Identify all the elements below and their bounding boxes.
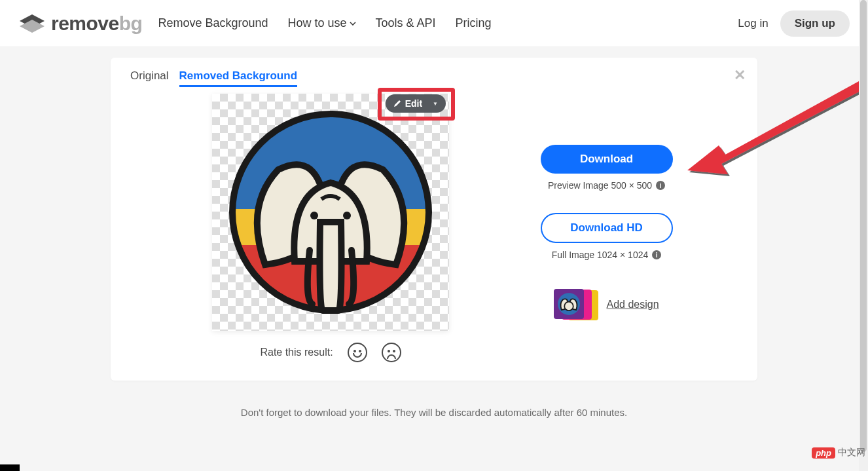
rate-row: Rate this result: bbox=[212, 343, 449, 362]
nav-tools-api[interactable]: Tools & API bbox=[376, 16, 436, 30]
signup-button[interactable]: Sign up bbox=[780, 10, 850, 37]
nav-remove-background[interactable]: Remove Background bbox=[158, 16, 268, 30]
add-design-row: Add design bbox=[554, 289, 659, 320]
edit-button[interactable]: Edit ▼ bbox=[386, 94, 446, 113]
footer-note: Don't forget to download your files. The… bbox=[0, 407, 868, 418]
watermark-text: 中文网 bbox=[838, 447, 865, 459]
watermark-badge: php bbox=[812, 447, 835, 459]
result-card: ✕ Original Removed Background bbox=[111, 58, 757, 381]
preview-size-caption: Preview Image 500 × 500 i bbox=[548, 180, 665, 191]
full-size-caption: Full Image 1024 × 1024 i bbox=[552, 250, 662, 260]
logo-text: removebg bbox=[51, 12, 142, 35]
design-templates-icon bbox=[554, 289, 598, 320]
tab-original[interactable]: Original bbox=[130, 69, 169, 87]
rate-good-button[interactable] bbox=[348, 343, 367, 362]
svg-point-10 bbox=[565, 302, 574, 311]
decorative-strip bbox=[0, 464, 20, 471]
login-link[interactable]: Log in bbox=[738, 17, 768, 30]
download-hd-button[interactable]: Download HD bbox=[541, 213, 673, 243]
preview-column: Edit ▼ Rate this result: bbox=[212, 94, 449, 362]
pencil-icon bbox=[393, 100, 401, 107]
nav-how-to-use[interactable]: How to use bbox=[287, 16, 355, 30]
svg-point-7 bbox=[310, 212, 318, 219]
actions-column: Download Preview Image 500 × 500 i Downl… bbox=[475, 94, 738, 320]
auth-area: Log in Sign up bbox=[738, 10, 850, 37]
download-button[interactable]: Download bbox=[541, 145, 673, 174]
tabs: Original Removed Background bbox=[130, 69, 738, 87]
result-graphic bbox=[226, 107, 435, 317]
content-row: Edit ▼ Rate this result: Download Previe… bbox=[130, 94, 738, 362]
header: removebg Remove Background How to use To… bbox=[0, 0, 868, 47]
info-icon[interactable]: i bbox=[652, 250, 661, 259]
nav: Remove Background How to use Tools & API… bbox=[158, 16, 738, 30]
rate-label: Rate this result: bbox=[260, 347, 333, 358]
watermark: php 中文网 bbox=[812, 447, 865, 459]
chevron-down-icon: ▼ bbox=[433, 101, 438, 107]
logo-icon bbox=[18, 13, 46, 34]
nav-pricing[interactable]: Pricing bbox=[456, 16, 492, 30]
preview-image: Edit ▼ bbox=[212, 94, 449, 331]
info-icon[interactable]: i bbox=[656, 181, 665, 190]
rate-bad-button[interactable] bbox=[382, 343, 401, 362]
add-design-link[interactable]: Add design bbox=[606, 299, 659, 311]
scrollbar[interactable] bbox=[859, 0, 868, 471]
logo[interactable]: removebg bbox=[18, 12, 142, 35]
annotation-highlight-box: Edit ▼ bbox=[378, 88, 455, 121]
scrollbar-thumb[interactable] bbox=[860, 0, 867, 452]
svg-point-8 bbox=[343, 212, 351, 219]
chevron-down-icon bbox=[350, 22, 356, 26]
tab-removed-background[interactable]: Removed Background bbox=[179, 69, 297, 87]
close-icon[interactable]: ✕ bbox=[734, 67, 746, 84]
